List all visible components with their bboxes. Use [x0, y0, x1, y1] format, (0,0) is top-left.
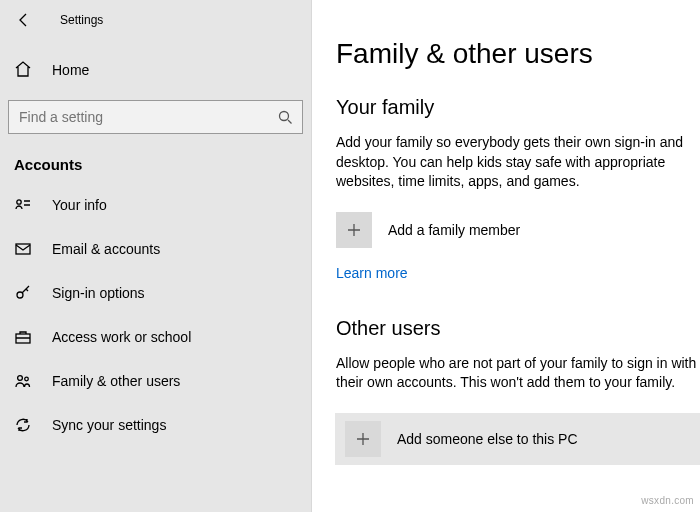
other-users-heading: Other users	[336, 317, 700, 340]
sidebar-section-heading: Accounts	[0, 138, 311, 183]
home-icon	[14, 60, 32, 81]
sync-icon	[14, 416, 32, 434]
sidebar-item-email-accounts[interactable]: Email & accounts	[0, 227, 311, 271]
svg-point-6	[25, 377, 29, 381]
sidebar-item-label: Family & other users	[52, 373, 180, 389]
people-icon	[14, 372, 32, 390]
sidebar-item-label: Sync your settings	[52, 417, 166, 433]
sidebar-item-work-school[interactable]: Access work or school	[0, 315, 311, 359]
sidebar-home-label: Home	[52, 62, 89, 78]
watermark: wsxdn.com	[641, 495, 694, 506]
sidebar-item-label: Your info	[52, 197, 107, 213]
briefcase-icon	[14, 328, 32, 346]
learn-more-link[interactable]: Learn more	[336, 265, 408, 281]
search-icon[interactable]	[268, 109, 302, 125]
search-container	[0, 92, 311, 138]
sidebar-home[interactable]: Home	[0, 48, 311, 92]
mail-icon	[14, 240, 32, 258]
sidebar-item-label: Sign-in options	[52, 285, 145, 301]
add-family-member-label: Add a family member	[388, 222, 520, 238]
person-card-icon	[14, 196, 32, 214]
sidebar-item-signin-options[interactable]: Sign-in options	[0, 271, 311, 315]
plus-icon	[345, 421, 381, 457]
app-title: Settings	[60, 13, 103, 27]
add-other-user-label: Add someone else to this PC	[397, 431, 578, 447]
other-users-description: Allow people who are not part of your fa…	[336, 354, 700, 393]
add-family-member-button[interactable]: Add a family member	[336, 212, 700, 248]
search-box[interactable]	[8, 100, 303, 134]
sidebar-item-label: Email & accounts	[52, 241, 160, 257]
sidebar-item-label: Access work or school	[52, 329, 191, 345]
key-icon	[14, 284, 32, 302]
sidebar-item-your-info[interactable]: Your info	[0, 183, 311, 227]
search-input[interactable]	[9, 109, 268, 125]
back-icon[interactable]	[14, 10, 34, 30]
plus-icon	[336, 212, 372, 248]
svg-rect-2	[16, 244, 30, 254]
titlebar: Settings	[0, 0, 311, 40]
svg-point-0	[280, 112, 289, 121]
sidebar-item-family-other-users[interactable]: Family & other users	[0, 359, 311, 403]
settings-content: Family & other users Your family Add you…	[312, 0, 700, 512]
svg-point-1	[17, 200, 21, 204]
your-family-heading: Your family	[336, 96, 700, 119]
page-title: Family & other users	[336, 38, 700, 70]
your-family-description: Add your family so everybody gets their …	[336, 133, 700, 192]
add-other-user-button[interactable]: Add someone else to this PC	[335, 413, 700, 465]
svg-point-5	[18, 376, 23, 381]
sidebar-item-sync-settings[interactable]: Sync your settings	[0, 403, 311, 447]
settings-sidebar: Settings Home Accounts Your info Email &…	[0, 0, 312, 512]
